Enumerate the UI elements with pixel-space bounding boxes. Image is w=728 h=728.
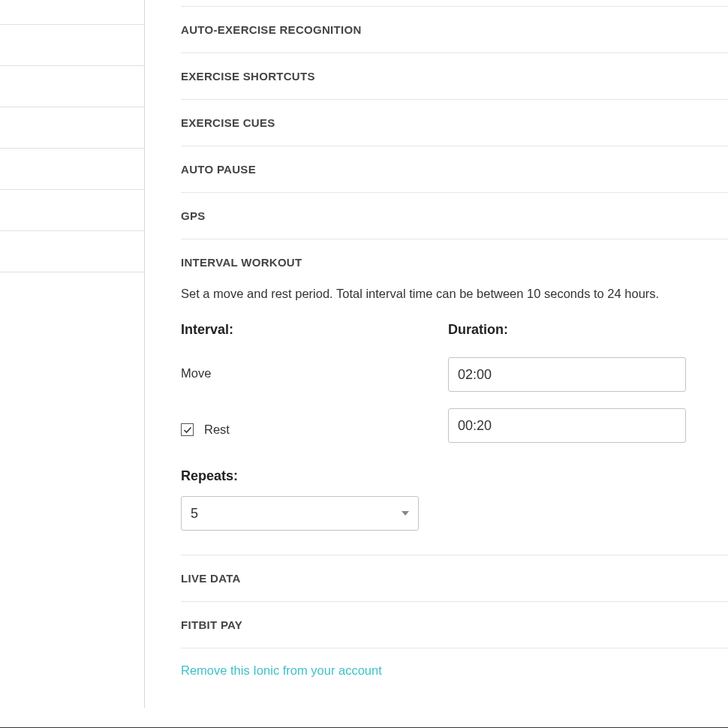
rest-duration-input[interactable]: [448, 408, 686, 443]
remove-device-link[interactable]: Remove this Ionic from your account: [181, 663, 382, 678]
section-title: LIVE DATA: [181, 572, 728, 585]
check-icon: [183, 426, 192, 435]
repeats-value: 5: [191, 506, 198, 522]
section-interval-workout: INTERVAL WORKOUT Set a move and rest per…: [181, 239, 728, 531]
section-gps[interactable]: GPS: [181, 192, 728, 239]
section-exercise-shortcuts[interactable]: EXERCISE SHORTCUTS: [181, 53, 728, 99]
section-title: GPS: [181, 209, 728, 222]
move-duration-input[interactable]: [448, 357, 686, 392]
section-exercise-cues[interactable]: EXERCISE CUES: [181, 99, 728, 146]
section-auto-exercise[interactable]: AUTO-EXERCISE RECOGNITION: [181, 6, 728, 53]
interval-label: Interval:: [181, 322, 448, 338]
sidebar: [0, 0, 145, 708]
sidebar-item[interactable]: [0, 0, 144, 25]
sidebar-item[interactable]: [0, 149, 144, 190]
rest-checkbox[interactable]: [181, 423, 194, 436]
sidebar-item[interactable]: [0, 25, 144, 66]
sidebar-item[interactable]: [0, 190, 144, 231]
interval-description: Set a move and rest period. Total interv…: [181, 285, 728, 302]
section-live-data[interactable]: LIVE DATA: [181, 555, 728, 601]
section-auto-pause[interactable]: AUTO PAUSE: [181, 146, 728, 192]
rest-label: Rest: [204, 423, 230, 437]
section-fitbit-pay[interactable]: FITBIT PAY: [181, 601, 728, 648]
sidebar-item[interactable]: [0, 66, 144, 107]
sidebar-item[interactable]: [0, 231, 144, 272]
repeats-select[interactable]: 5: [181, 496, 419, 531]
section-title: AUTO-EXERCISE RECOGNITION: [181, 23, 728, 36]
chevron-down-icon: [402, 511, 409, 516]
duration-label: Duration:: [448, 322, 686, 338]
sidebar-item[interactable]: [0, 107, 144, 149]
section-title: INTERVAL WORKOUT: [181, 256, 728, 269]
main-content: AUTO-EXERCISE RECOGNITION EXERCISE SHORT…: [145, 0, 728, 708]
move-label: Move: [181, 357, 448, 381]
section-title: AUTO PAUSE: [181, 163, 728, 176]
section-title: EXERCISE CUES: [181, 116, 728, 129]
section-title: EXERCISE SHORTCUTS: [181, 70, 728, 83]
repeats-label: Repeats:: [181, 468, 728, 484]
section-title: FITBIT PAY: [181, 618, 728, 631]
